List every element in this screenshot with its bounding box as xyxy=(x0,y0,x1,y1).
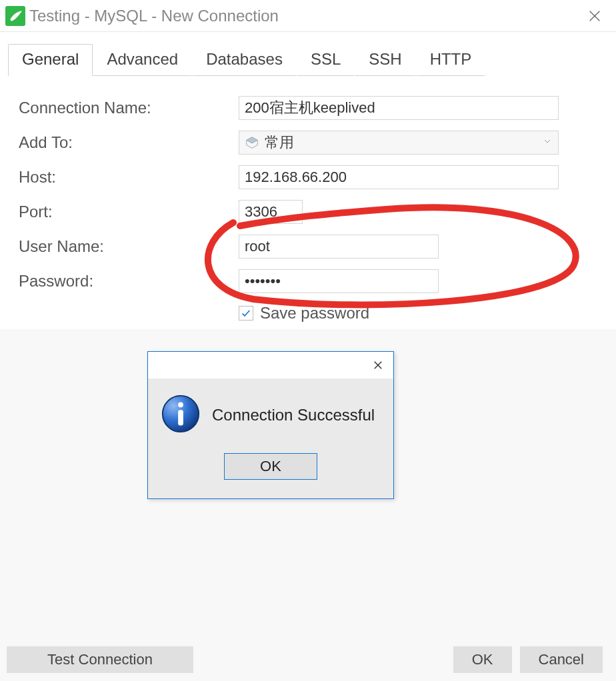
svg-point-6 xyxy=(178,402,183,408)
svg-marker-2 xyxy=(247,137,258,143)
tab-general[interactable]: General xyxy=(8,44,93,76)
info-icon xyxy=(160,393,201,437)
label-add-to: Add To: xyxy=(19,133,239,152)
dialog-close-button[interactable] xyxy=(367,354,389,376)
password-input[interactable] xyxy=(239,269,439,293)
connection-name-input[interactable] xyxy=(239,96,559,120)
form-panel: Connection Name: Add To: 常用 Host: xyxy=(0,76,616,329)
tab-bar: General Advanced Databases SSL SSH HTTP xyxy=(0,32,616,76)
label-password: Password: xyxy=(19,272,239,291)
ok-button[interactable]: OK xyxy=(453,646,512,673)
message-dialog: Connection Successful OK xyxy=(147,351,394,499)
tab-advanced[interactable]: Advanced xyxy=(93,44,192,76)
port-input[interactable] xyxy=(239,200,303,224)
label-host: Host: xyxy=(19,168,239,187)
window-title: Testing - MySQL - New Connection xyxy=(29,7,579,25)
dialog-ok-button[interactable]: OK xyxy=(224,453,317,480)
tab-databases[interactable]: Databases xyxy=(192,44,297,76)
tab-http[interactable]: HTTP xyxy=(416,44,486,76)
host-input[interactable] xyxy=(239,165,559,189)
message-dialog-titlebar xyxy=(148,352,393,378)
window-close-button[interactable] xyxy=(579,0,611,32)
dialog-message: Connection Successful xyxy=(212,406,375,424)
label-connection-name: Connection Name: xyxy=(19,99,239,117)
footer-bar: Test Connection OK Cancel xyxy=(0,645,616,681)
titlebar: Testing - MySQL - New Connection xyxy=(0,0,616,32)
test-connection-button[interactable]: Test Connection xyxy=(7,646,193,673)
tab-ssl[interactable]: SSL xyxy=(297,44,355,76)
save-password-checkbox[interactable] xyxy=(239,306,253,321)
cancel-button[interactable]: Cancel xyxy=(520,646,603,673)
label-port: Port: xyxy=(19,203,239,221)
tab-ssh[interactable]: SSH xyxy=(355,44,415,76)
label-user-name: User Name: xyxy=(19,237,239,256)
add-to-select[interactable]: 常用 xyxy=(239,131,559,155)
svg-rect-7 xyxy=(178,410,183,425)
chevron-down-icon xyxy=(542,136,553,149)
app-icon xyxy=(5,6,25,26)
add-to-value: 常用 xyxy=(265,133,542,153)
user-name-input[interactable] xyxy=(239,235,439,259)
folder-cube-icon xyxy=(245,135,259,150)
save-password-label: Save password xyxy=(260,304,369,323)
